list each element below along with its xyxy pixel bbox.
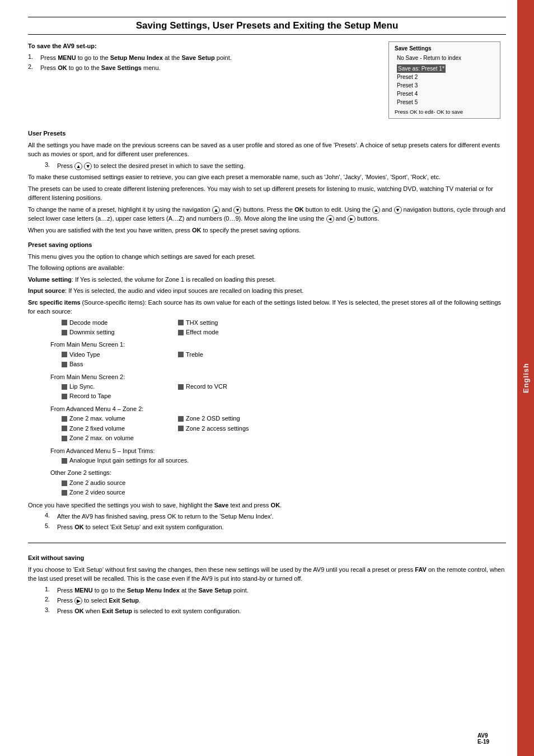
exit-steps: 1. Press MENU to go to the Setup Menu In… (45, 586, 506, 616)
checkbox-row-7: Zone 2 max. volume Zone 2 OSD setting (62, 414, 506, 423)
src-bold: Src specific items (28, 299, 81, 306)
step1-menu: MENU (58, 54, 76, 61)
checkbox-icon-thx (178, 320, 184, 325)
step-num-3: 3. (45, 161, 54, 171)
user-presets-para4: To change the name of a preset, highligh… (28, 205, 506, 223)
checkbox-icon-zone2-audio (62, 480, 67, 486)
checkbox-treble: Treble (178, 351, 290, 359)
nav-up2-icon: ▲ (212, 206, 220, 214)
record-tape-label: Record to Tape (69, 392, 111, 400)
exit-play-icon: ▶ (74, 597, 82, 605)
volume-bold: Volume setting (28, 276, 72, 283)
page-footer: AV9 E-19 (477, 732, 489, 745)
from-adv5: From Advanced Menu 5 – Input Trims: (50, 446, 506, 456)
exit-setup-label: Exit Setup (109, 597, 139, 604)
page-num: E-19 (477, 739, 489, 745)
page-wrapper: Saving Settings, User Presets and Exitin… (0, 0, 534, 756)
checkbox-row-3: Video Type Treble (62, 351, 506, 359)
checkbox-row-8: Zone 2 fixed volume Zone 2 access settin… (62, 424, 506, 433)
checkbox-list-4: Zone 2 max. volume Zone 2 OSD setting Zo… (62, 414, 506, 444)
thx-label: THX setting (186, 319, 218, 327)
checkbox-row-10: Analogue Input gain settings for all sou… (62, 456, 506, 465)
checkbox-effect: Effect mode (178, 328, 290, 337)
checkbox-video-type: Video Type (62, 351, 174, 359)
step-text-2: Press OK to go to the Save Settings menu… (40, 63, 161, 73)
screen-item-4: Preset 4 (397, 90, 494, 98)
exit-smi: Setup Menu Index (127, 587, 180, 594)
page-title: Saving Settings, User Presets and Exitin… (28, 17, 506, 35)
exit-heading: Exit without saving (28, 553, 506, 563)
screen-box-title: Save Settings (395, 45, 494, 52)
nav-down-icon: ▼ (84, 162, 92, 170)
user-presets-para5: When you are satisfied with the text you… (28, 226, 506, 235)
from-main2: From Main Menu Screen 2: (50, 372, 506, 382)
page-id: AV9 (477, 732, 489, 739)
checkbox-lip: Lip Sync. (62, 382, 174, 391)
user-presets-para3: The presets can be used to create differ… (28, 184, 506, 203)
exit-step-1: 1. Press MENU to go to the Setup Menu In… (45, 586, 506, 595)
volume-setting: Volume setting: If Yes is selected, the … (28, 275, 506, 284)
main-content: Saving Settings, User Presets and Exitin… (0, 0, 517, 756)
preset-saving-section: Preset saving options This menu gives yo… (28, 240, 506, 531)
exit-fav: FAV (415, 566, 427, 573)
treble-label: Treble (186, 351, 203, 359)
final-ok: OK (271, 502, 280, 508)
checkbox-row-5: Lip Sync. Record to VCR (62, 382, 506, 391)
exit-para1: If you choose to 'Exit Setup' without fi… (28, 565, 506, 584)
effect-label: Effect mode (186, 328, 219, 337)
step-text-3: Press ▲ ▼ to select the desired preset i… (57, 161, 245, 171)
video-type-label: Video Type (69, 351, 100, 359)
input-text: : If Yes is selected, the audio and vide… (65, 287, 303, 294)
from-main1: From Main Menu Screen 1: (50, 340, 506, 349)
step-2: 2. Press OK to go to the Save Settings m… (28, 63, 366, 73)
exit-step-num-3: 3. (45, 606, 54, 616)
input-source: Input source: If Yes is selected, the au… (28, 286, 506, 296)
options-intro: The following options are available: (28, 263, 506, 273)
right-sidebar: English (517, 0, 534, 756)
checkbox-list-6: Zone 2 audio source Zone 2 video source (62, 479, 506, 498)
step5-ok: OK (74, 524, 84, 530)
step-text-5: Press OK to select 'Exit Setup' and exit… (57, 522, 224, 532)
src-specific: Src specific items (Source-specific item… (28, 298, 506, 316)
checkbox-row-9: Zone 2 max. on volume (62, 434, 506, 442)
checkbox-list-1: Decode mode THX setting Downmix setting … (62, 319, 506, 338)
checkbox-list-3: Lip Sync. Record to VCR Record to Tape (62, 382, 506, 402)
decode-label: Decode mode (69, 319, 108, 327)
checkbox-row-4: Bass (62, 360, 506, 368)
step-3: 3. Press ▲ ▼ to select the desired prese… (45, 161, 506, 171)
zone2-max-label: Zone 2 max. volume (69, 414, 125, 423)
preset-saving-heading: Preset saving options (28, 240, 506, 250)
checkbox-zone2-max-on: Zone 2 max. on volume (62, 434, 174, 442)
checkbox-icon-zone2-fixed (62, 426, 67, 431)
checkbox-bass: Bass (62, 360, 174, 368)
checkbox-row-2: Downmix setting Effect mode (62, 328, 506, 337)
user-presets-heading: User Presets (28, 129, 506, 138)
zone2-osd-label: Zone 2 OSD setting (186, 414, 240, 423)
step-text-1: Press MENU to go to the Setup Menu Index… (40, 53, 232, 63)
lip-label: Lip Sync. (69, 382, 95, 391)
analogue-label: Analogue Input gain settings for all sou… (69, 456, 189, 465)
nav-up3-icon: ▲ (372, 206, 380, 214)
step2-ok: OK (58, 64, 67, 71)
checkbox-decode: Decode mode (62, 319, 174, 327)
checkbox-zone2-osd: Zone 2 OSD setting (178, 414, 290, 423)
zone2-fixed-label: Zone 2 fixed volume (69, 424, 125, 433)
checkbox-icon-effect (178, 330, 184, 335)
user-presets-para1: All the settings you have made on the pr… (28, 141, 506, 159)
volume-text: : If Yes is selected, the volume for Zon… (72, 276, 275, 283)
step-4: 4. After the AV9 has finished saving, pr… (45, 512, 506, 521)
other-zone2: Other Zone 2 settings: (50, 468, 506, 478)
checkbox-analogue: Analogue Input gain settings for all sou… (62, 456, 257, 465)
bass-label: Bass (69, 360, 83, 368)
exit-step-text-1: Press MENU to go to the Setup Menu Index… (57, 586, 249, 595)
nav-down3-icon: ▼ (394, 206, 402, 214)
exit-section: Exit without saving If you choose to 'Ex… (28, 543, 506, 615)
exit-step-3: 3. Press OK when Exit Setup is selected … (45, 606, 506, 616)
nav-down2-icon: ▼ (233, 206, 241, 214)
checkbox-list-5: Analogue Input gain settings for all sou… (62, 456, 506, 466)
checkbox-list-2: Video Type Treble Bass (62, 351, 506, 370)
checkbox-row-11: Zone 2 audio source (62, 479, 506, 487)
exit-step-num-1: 1. (45, 586, 54, 595)
checkbox-icon-lip (62, 384, 67, 390)
checkbox-icon-analogue (62, 458, 67, 464)
